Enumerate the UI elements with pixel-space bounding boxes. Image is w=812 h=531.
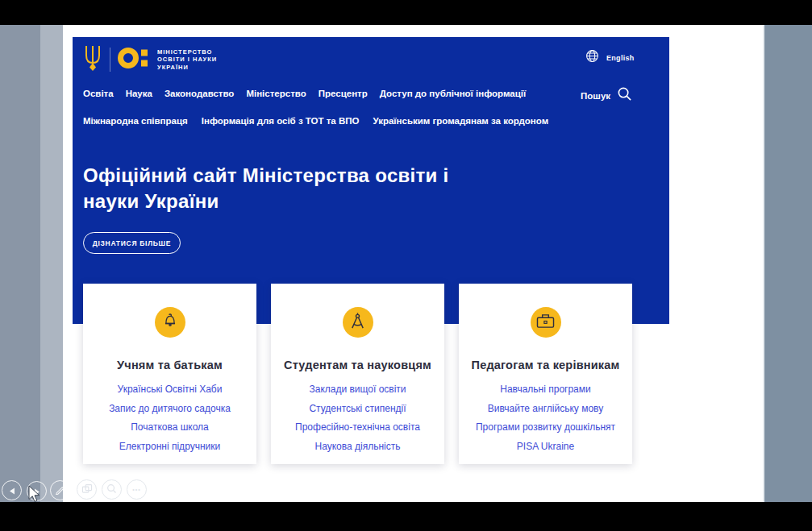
nav-ministerstvo[interactable]: Міністерство xyxy=(246,89,306,98)
magnifier-icon xyxy=(106,483,117,497)
pen-icon xyxy=(55,483,65,498)
ministry-logo[interactable]: МІНІСТЕРСТВО ОСВІТИ І НАУКИ УКРАЇНИ xyxy=(83,44,217,75)
card-icon-circle xyxy=(343,307,373,338)
card-links: Навчальні програми Вивчайте англійську м… xyxy=(459,384,632,452)
logo-line-3: УКРАЇНИ xyxy=(157,64,217,72)
link-stypendii[interactable]: Студентські стипендії xyxy=(271,403,444,414)
learn-more-button[interactable]: ДІЗНАТИСЯ БІЛЬШЕ xyxy=(83,232,181,254)
nav-hromadianam-za-kordonom[interactable]: Українським громадянам за кордоном xyxy=(373,116,548,126)
more-options-icon: ••• xyxy=(132,487,140,492)
presentation-screen: МІНІСТЕРСТВО ОСВІТИ І НАУКИ УКРАЇНИ Engl… xyxy=(0,0,812,531)
card-teachers-leaders: Педагогам та керівникам Навчальні програ… xyxy=(459,284,632,464)
link-naukova-diialnist[interactable]: Наукова діяльність xyxy=(271,441,444,452)
logo-text: МІНІСТЕРСТВО ОСВІТИ І НАУКИ УКРАЇНИ xyxy=(157,48,217,72)
left-arrow-icon xyxy=(9,483,15,498)
logo-line-2: ОСВІТИ І НАУКИ xyxy=(157,56,217,64)
pen-tool-button[interactable] xyxy=(50,480,70,500)
left-dark-strip xyxy=(0,25,40,502)
card-students-scientists: Студентам та науковцям Заклади вищої осв… xyxy=(271,284,444,464)
search-control[interactable]: Пошук xyxy=(581,86,632,105)
mon-o-logo-icon xyxy=(118,47,150,73)
page-title: Офіційний сайт Міністерства освіти і нау… xyxy=(83,163,449,214)
search-icon[interactable] xyxy=(617,86,632,105)
nav-nauka[interactable]: Наука xyxy=(126,89,152,98)
main-nav-row-1: Освіта Наука Законодавство Міністерство … xyxy=(83,89,526,98)
nav-tot-vpo[interactable]: Інформація для осіб з ТОТ та ВПО xyxy=(202,116,360,126)
slide-content: МІНІСТЕРСТВО ОСВІТИ І НАУКИ УКРАЇНИ Engl… xyxy=(0,25,812,502)
link-zapys-sadochok[interactable]: Запис до дитячого садочка xyxy=(83,403,256,414)
link-anhliiska-mova[interactable]: Вивчайте англійську мову xyxy=(459,403,632,414)
link-pochatkova-shkola[interactable]: Початкова школа xyxy=(83,421,256,433)
language-label[interactable]: English xyxy=(606,54,635,62)
nav-mizhnarodna-spivpratsia[interactable]: Міжнародна співпраця xyxy=(83,116,188,126)
language-switcher[interactable]: English xyxy=(585,49,635,66)
card-title: Студентам та науковцям xyxy=(271,359,444,371)
card-title: Педагогам та керівникам xyxy=(459,359,632,371)
search-label[interactable]: Пошук xyxy=(581,91,610,101)
zoom-slide-button[interactable] xyxy=(102,479,122,500)
nav-dostup-informatsii[interactable]: Доступ до публічної інформації xyxy=(380,89,527,98)
link-pisa-ukraine[interactable]: PISA Ukraine xyxy=(459,441,632,452)
globe-icon xyxy=(585,49,599,66)
previous-slide-button[interactable] xyxy=(2,480,22,500)
link-proftekh-osvita[interactable]: Професійно-технічна освіта xyxy=(271,421,444,433)
nav-zakonodavstvo[interactable]: Законодавство xyxy=(164,89,235,98)
mouse-cursor xyxy=(28,485,41,506)
card-title: Учням та батькам xyxy=(83,359,256,371)
card-icon-circle xyxy=(531,307,561,338)
briefcase-icon xyxy=(535,313,556,333)
card-links: Заклади вищої освіти Студентські стипенд… xyxy=(271,384,444,452)
link-rozvytok-doshkilniat[interactable]: Програми розвитку дошкільнят xyxy=(459,421,632,433)
link-navchalni-prohramy[interactable]: Навчальні програми xyxy=(459,384,632,395)
site-header-banner: МІНІСТЕРСТВО ОСВІТИ І НАУКИ УКРАЇНИ Engl… xyxy=(73,37,669,324)
link-zaklady-vyshchoi-osvity[interactable]: Заклади вищої освіти xyxy=(271,384,444,395)
bell-icon xyxy=(161,312,179,333)
right-strip xyxy=(763,25,812,502)
page-title-line-2: науки України xyxy=(83,189,449,214)
main-nav-row-2: Міжнародна співпраця Інформація для осіб… xyxy=(83,116,548,126)
logo-divider xyxy=(110,48,110,72)
left-light-strip xyxy=(40,25,63,502)
compass-icon xyxy=(348,312,367,334)
more-options-button[interactable]: ••• xyxy=(127,479,147,500)
card-pupils-parents: Учням та батькам Українські Освітні Хаби… xyxy=(83,284,256,464)
link-osvitni-khaby[interactable]: Українські Освітні Хаби xyxy=(83,384,256,395)
logo-line-1: МІНІСТЕРСТВО xyxy=(157,48,217,56)
nav-osvita[interactable]: Освіта xyxy=(83,89,114,98)
nav-prescentr[interactable]: Пресцентр xyxy=(319,89,368,98)
all-slides-button[interactable] xyxy=(77,479,97,500)
page-title-line-1: Офіційний сайт Міністерства освіти і xyxy=(83,163,449,189)
trident-icon xyxy=(83,44,102,75)
slides-icon xyxy=(81,483,93,497)
link-elektronni-pidruchnyky[interactable]: Електронні підручники xyxy=(83,441,256,452)
card-links: Українські Освітні Хаби Запис до дитячог… xyxy=(83,384,256,452)
card-icon-circle xyxy=(155,307,185,338)
